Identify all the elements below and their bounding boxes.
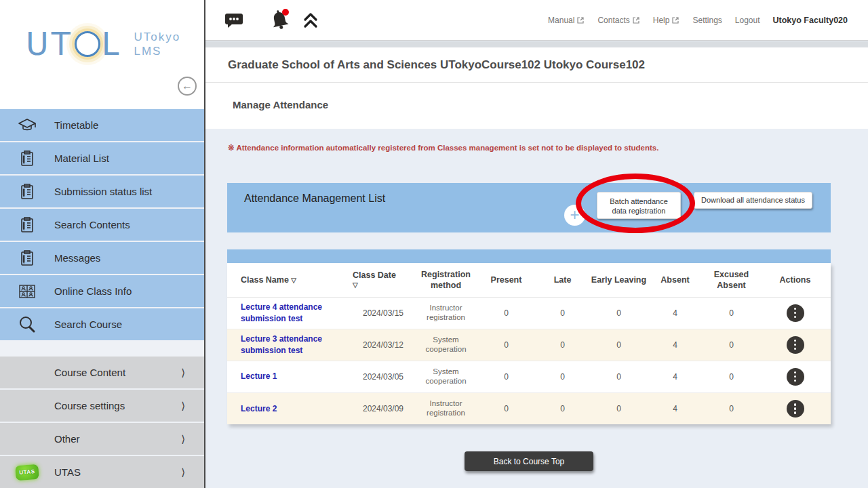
sidebar-item-label: Messages bbox=[54, 252, 100, 264]
help-link[interactable]: Help bbox=[653, 16, 680, 25]
class-name-link[interactable]: Lecture 3 attendance submission test bbox=[241, 333, 353, 355]
attendance-notice: ※ Attendance information automatically r… bbox=[228, 143, 845, 152]
early-leaving-count: 0 bbox=[591, 392, 647, 424]
column-header-excused-absent: Excused Absent bbox=[703, 263, 760, 297]
logo-text-l: L bbox=[102, 26, 122, 62]
people-grid-icon bbox=[0, 283, 54, 300]
clipboard-icon bbox=[0, 150, 54, 167]
sidebar-collapse-button[interactable]: ← bbox=[178, 77, 197, 96]
clipboard-icon bbox=[0, 183, 54, 201]
download-all-attendance-button[interactable]: Download all attendance status bbox=[694, 192, 812, 209]
excused-absent-count: 0 bbox=[703, 297, 760, 329]
collapse-up-icon[interactable] bbox=[302, 12, 319, 29]
present-count: 0 bbox=[478, 361, 534, 392]
chat-icon[interactable] bbox=[224, 12, 244, 29]
toolbar-divider-band bbox=[205, 41, 868, 47]
sidebar-item-label: Search Contents bbox=[54, 219, 130, 230]
present-count: 0 bbox=[478, 392, 534, 424]
excused-absent-count: 0 bbox=[703, 392, 760, 424]
logo-o-ring-icon bbox=[75, 31, 100, 57]
class-date-cell: 2024/03/12 bbox=[353, 329, 414, 361]
class-name-link[interactable]: Lecture 2 bbox=[241, 403, 277, 414]
add-attendance-button[interactable]: + bbox=[564, 205, 585, 226]
registration-method-cell: Instructor registration bbox=[414, 392, 478, 424]
absent-count: 4 bbox=[647, 329, 703, 361]
batch-attendance-registration-button[interactable]: Batch attendance data registration bbox=[597, 192, 681, 219]
top-nav: Manual Contacts Help Settings Logout Uto… bbox=[548, 0, 848, 41]
table-top-bar bbox=[227, 249, 831, 263]
clipboard-icon bbox=[0, 249, 54, 267]
settings-link[interactable]: Settings bbox=[692, 16, 722, 25]
column-header-actions: Actions bbox=[760, 263, 831, 297]
logo-text-ut: UT bbox=[26, 26, 73, 62]
absent-count: 4 bbox=[647, 392, 703, 424]
sidebar-item-other[interactable]: Other ⟩ bbox=[0, 423, 204, 455]
sidebar-item-utas[interactable]: UTAS UTAS ⟩ bbox=[0, 456, 204, 488]
row-actions-kebab-button[interactable] bbox=[787, 304, 804, 322]
registration-method-cell: System cooperation bbox=[414, 361, 478, 392]
sidebar-section-gap bbox=[0, 342, 204, 357]
class-name-link[interactable]: Lecture 1 bbox=[241, 371, 277, 382]
logout-link[interactable]: Logout bbox=[735, 16, 760, 25]
external-link-icon bbox=[576, 16, 585, 24]
main-content: Manual Contacts Help Settings Logout Uto… bbox=[204, 0, 868, 488]
table-row: Lecture 3 attendance submission test 202… bbox=[227, 329, 831, 361]
sidebar-item-label: Course Content bbox=[54, 367, 125, 378]
graduation-cap-icon bbox=[0, 117, 54, 134]
notification-bell-icon[interactable] bbox=[267, 7, 294, 34]
late-count: 0 bbox=[534, 361, 591, 392]
back-to-course-top-button[interactable]: Back to Course Top bbox=[465, 451, 593, 471]
column-header-present: Present bbox=[478, 263, 534, 297]
chevron-right-icon: ⟩ bbox=[181, 433, 185, 445]
late-count: 0 bbox=[534, 297, 591, 329]
chevron-right-icon: ⟩ bbox=[181, 466, 185, 479]
sidebar-item-label: Timetable bbox=[54, 119, 98, 131]
class-date-cell: 2024/03/05 bbox=[353, 361, 414, 392]
column-header-late: Late bbox=[534, 263, 591, 297]
utas-logo-icon: UTAS bbox=[15, 464, 39, 480]
row-actions-kebab-button[interactable] bbox=[787, 336, 804, 354]
column-header-absent: Absent bbox=[647, 263, 703, 297]
column-header-early-leaving: Early Leaving bbox=[591, 263, 647, 297]
manual-link[interactable]: Manual bbox=[548, 16, 585, 25]
panel-title: Attendance Management List bbox=[244, 192, 385, 205]
column-header-class-date[interactable]: Class Date ▽ bbox=[353, 263, 414, 297]
early-leaving-count: 0 bbox=[591, 329, 647, 361]
sidebar-item-search-course[interactable]: Search Course bbox=[0, 308, 204, 340]
logo-area: UTL UTokyo LMS ← bbox=[0, 0, 204, 109]
class-name-link[interactable]: Lecture 4 attendance submission test bbox=[241, 302, 353, 323]
chevron-right-icon: ⟩ bbox=[181, 400, 185, 412]
clipboard-icon bbox=[0, 216, 54, 234]
magnifier-icon bbox=[0, 315, 54, 334]
sidebar: UTL UTokyo LMS ← Timetable Material List bbox=[0, 0, 204, 488]
course-title: Graduate School of Arts and Sciences UTo… bbox=[205, 47, 868, 83]
sidebar-item-label: Material List bbox=[54, 152, 109, 164]
row-actions-kebab-button[interactable] bbox=[787, 400, 804, 418]
attendance-panel-header: Attendance Management List + Batch atten… bbox=[227, 183, 831, 232]
user-name: Utokyo Faculty020 bbox=[773, 16, 848, 25]
sidebar-item-submission-status-list[interactable]: Submission status list bbox=[0, 176, 204, 207]
sidebar-item-timetable[interactable]: Timetable bbox=[0, 109, 204, 141]
column-header-registration-method: Registration method bbox=[414, 263, 478, 297]
sidebar-item-label: Search Course bbox=[54, 319, 122, 330]
sidebar-item-course-content[interactable]: Course Content ⟩ bbox=[0, 357, 204, 388]
sidebar-item-search-contents[interactable]: Search Contents bbox=[0, 209, 204, 241]
class-date-cell: 2024/03/15 bbox=[353, 297, 414, 329]
contacts-link[interactable]: Contacts bbox=[597, 16, 639, 25]
external-link-icon bbox=[671, 16, 679, 24]
late-count: 0 bbox=[534, 392, 591, 424]
late-count: 0 bbox=[534, 329, 591, 361]
row-actions-kebab-button[interactable] bbox=[787, 368, 804, 386]
sidebar-item-course-settings[interactable]: Course settings ⟩ bbox=[0, 390, 204, 422]
sidebar-item-messages[interactable]: Messages bbox=[0, 242, 204, 274]
sidebar-item-material-list[interactable]: Material List bbox=[0, 142, 204, 174]
column-header-class-name[interactable]: Class Name ▽ bbox=[227, 263, 353, 297]
external-link-icon bbox=[632, 16, 640, 24]
sidebar-item-online-class-info[interactable]: Online Class Info bbox=[0, 275, 204, 307]
table-row: Lecture 4 attendance submission test 202… bbox=[227, 297, 831, 329]
sidebar-item-label: Other bbox=[54, 433, 80, 445]
page-title: Manage Attendance bbox=[205, 83, 868, 129]
early-leaving-count: 0 bbox=[591, 361, 647, 392]
sidebar-item-label: Course settings bbox=[54, 400, 125, 411]
logo-tagline: UTokyo LMS bbox=[134, 30, 180, 59]
